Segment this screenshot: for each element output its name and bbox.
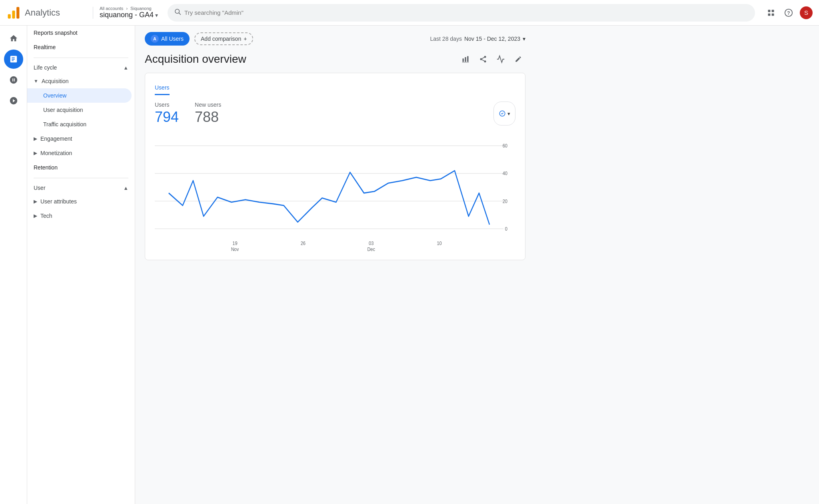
account-path: All accounts › Siquanong — [100, 6, 158, 11]
logo-area: Analytics — [6, 6, 86, 20]
compare-chart-button[interactable] — [493, 52, 508, 66]
date-range-value: Nov 15 - Dec 12, 2023 — [464, 36, 520, 42]
user-avatar[interactable]: S — [800, 6, 813, 19]
date-range-label: Last 28 days — [430, 36, 462, 42]
svg-line-4 — [179, 13, 180, 14]
users-label: Users — [155, 102, 179, 108]
overview-actions — [458, 52, 525, 66]
nav-divider-1 — [34, 58, 128, 58]
overview-title: Acquisition overview — [145, 53, 246, 66]
svg-text:60: 60 — [503, 143, 508, 149]
topbar: Analytics All accounts › Siquanong siqua… — [0, 0, 819, 26]
lifecycle-section-label: Life cycle — [34, 64, 57, 71]
realtime-link[interactable]: Realtime — [27, 40, 132, 54]
svg-text:0: 0 — [505, 226, 507, 232]
compare-dropdown-button[interactable]: ▾ — [493, 102, 515, 126]
home-nav-button[interactable] — [4, 29, 23, 48]
apps-grid-button[interactable] — [765, 6, 777, 19]
advertising-nav-button[interactable] — [4, 91, 23, 110]
new-users-value: 788 — [195, 109, 221, 126]
icon-rail — [0, 26, 27, 504]
nav-divider-2 — [34, 178, 128, 178]
svg-rect-13 — [467, 56, 468, 62]
compare-dropdown-arrow: ▾ — [507, 111, 510, 117]
account-dropdown-arrow: ▾ — [155, 12, 158, 18]
chart-tabs: Users — [155, 81, 515, 95]
sidenav: Reports snapshot Realtime Life cycle ▲ ▼… — [27, 26, 135, 504]
svg-text:26: 26 — [301, 240, 306, 246]
all-users-chip-icon: A — [151, 35, 159, 43]
lifecycle-section-header[interactable]: Life cycle ▲ — [27, 61, 135, 74]
svg-rect-5 — [768, 10, 771, 12]
svg-point-17 — [484, 60, 486, 62]
tech-nav-item[interactable]: ▶ Tech — [27, 209, 135, 223]
new-users-label: New users — [195, 102, 221, 108]
user-section-label: User — [34, 185, 46, 191]
analytics-logo-icon — [6, 6, 21, 20]
svg-text:Dec: Dec — [367, 246, 375, 252]
account-selector[interactable]: siquanong - GA4 ▾ — [100, 11, 158, 19]
svg-rect-7 — [768, 13, 771, 16]
svg-rect-11 — [463, 58, 464, 62]
svg-text:40: 40 — [503, 171, 508, 177]
user-section-header[interactable]: User ▲ — [27, 181, 135, 194]
lifecycle-collapse-icon: ▲ — [123, 65, 128, 71]
svg-rect-6 — [772, 10, 774, 12]
users-tab[interactable]: Users — [155, 81, 170, 95]
date-range-picker[interactable]: Last 28 days Nov 15 - Dec 12, 2023 ▾ — [430, 36, 525, 42]
date-range-dropdown-arrow: ▾ — [523, 36, 525, 42]
search-input[interactable] — [184, 9, 749, 16]
line-chart-area: 60 40 20 0 19 Nov 26 03 Dec 10 — [155, 132, 515, 252]
explore-nav-button[interactable] — [4, 70, 23, 90]
monetization-nav-item[interactable]: ▶ Monetization — [27, 146, 135, 160]
svg-line-19 — [482, 57, 484, 58]
users-metric: Users 794 — [155, 102, 179, 126]
svg-text:?: ? — [787, 10, 790, 16]
new-users-metric: New users 788 — [195, 102, 221, 126]
user-attributes-nav-item[interactable]: ▶ User attributes — [27, 194, 135, 209]
reports-snapshot-link[interactable]: Reports snapshot — [27, 26, 132, 40]
topbar-right: ? S — [765, 6, 813, 19]
filter-bar: A All Users Add comparison + Last 28 day… — [145, 32, 525, 46]
acquisition-chevron: ▼ — [34, 78, 38, 84]
help-button[interactable]: ? — [782, 6, 795, 19]
engagement-nav-item[interactable]: ▶ Engagement — [27, 131, 135, 146]
svg-rect-12 — [465, 57, 466, 62]
svg-line-18 — [482, 60, 484, 61]
user-attributes-chevron: ▶ — [34, 199, 37, 204]
all-users-chip[interactable]: A All Users — [145, 32, 190, 46]
svg-text:10: 10 — [437, 240, 442, 246]
chart-type-button[interactable] — [458, 52, 473, 66]
user-acquisition-link[interactable]: User acquisition — [27, 103, 132, 117]
svg-rect-8 — [772, 13, 774, 16]
app-title: Analytics — [25, 8, 60, 18]
svg-text:19: 19 — [232, 240, 238, 246]
svg-text:Nov: Nov — [231, 246, 239, 252]
acquisition-nav-item[interactable]: ▼ Acquisition — [27, 74, 135, 88]
reports-nav-button[interactable] — [4, 50, 23, 69]
edit-button[interactable] — [511, 52, 525, 66]
retention-link[interactable]: Retention — [27, 160, 132, 175]
svg-text:03: 03 — [369, 240, 374, 246]
user-collapse-icon: ▲ — [123, 185, 128, 191]
svg-rect-1 — [12, 10, 15, 18]
main-layout: Reports snapshot Realtime Life cycle ▲ ▼… — [0, 26, 819, 504]
monetization-chevron: ▶ — [34, 150, 37, 156]
engagement-chevron: ▶ — [34, 136, 37, 141]
svg-text:20: 20 — [503, 198, 508, 204]
breadcrumb-arrow: › — [126, 6, 128, 11]
svg-rect-0 — [8, 14, 11, 18]
overview-link[interactable]: Overview — [27, 88, 132, 103]
overview-header: Acquisition overview — [145, 52, 525, 66]
acquisition-chart-card: Users Users 794 New users 788 ▾ — [145, 73, 525, 260]
account-area: All accounts › Siquanong siquanong - GA4… — [100, 6, 158, 19]
main-content: A All Users Add comparison + Last 28 day… — [135, 26, 819, 504]
traffic-acquisition-link[interactable]: Traffic acquisition — [27, 117, 132, 131]
add-comparison-chip[interactable]: Add comparison + — [194, 32, 253, 45]
svg-rect-14 — [462, 62, 469, 63]
add-comparison-plus: + — [244, 36, 247, 42]
search-bar[interactable] — [168, 4, 755, 22]
topbar-divider — [93, 7, 93, 19]
share-button[interactable] — [476, 52, 490, 66]
svg-rect-2 — [16, 7, 19, 18]
